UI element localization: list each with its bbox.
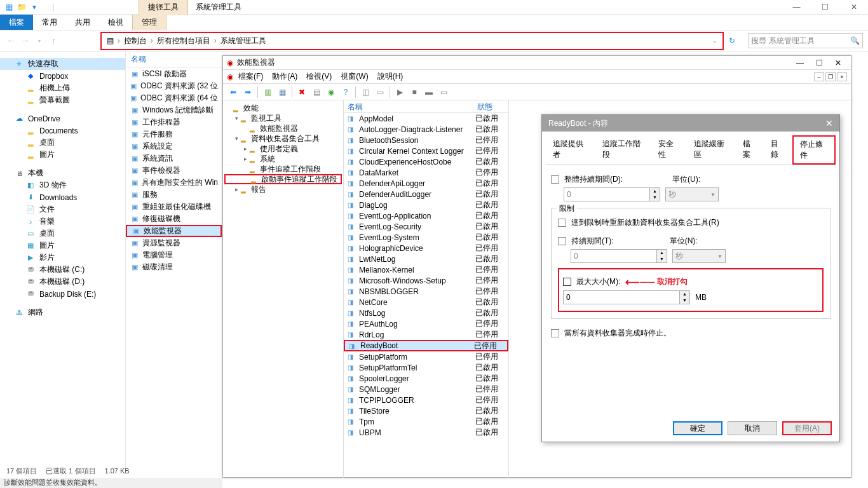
- close-button[interactable]: ✕: [825, 118, 833, 128]
- refresh-button[interactable]: ◉: [325, 86, 337, 98]
- template-button[interactable]: ▭: [374, 86, 386, 98]
- menu-window[interactable]: 視窗(W): [337, 71, 372, 82]
- list-row[interactable]: ◨NtfsLog已啟用: [344, 308, 508, 318]
- list-row[interactable]: ◨SQMLogger已停用: [344, 384, 508, 395]
- content-item[interactable]: ▣磁碟清理: [126, 261, 222, 273]
- spin-up[interactable]: ▲: [649, 188, 660, 194]
- list-row[interactable]: ◨NBSMBLOGGER已停用: [344, 286, 508, 297]
- spin-down[interactable]: ▼: [649, 194, 660, 201]
- tree-node[interactable]: ▂事件追蹤工作階段: [224, 164, 342, 174]
- nav-camera[interactable]: ▂相機上傳: [0, 82, 125, 94]
- overall-duration-checkbox[interactable]: [551, 175, 559, 184]
- spin-down[interactable]: ▼: [679, 297, 689, 304]
- breadcrumb[interactable]: ▤ › 控制台 › 所有控制台項目 › 系統管理工具 ⌄: [100, 32, 724, 50]
- duration-input[interactable]: 0 ▲▼: [571, 249, 667, 263]
- unit-select-n[interactable]: 秒▼: [672, 249, 726, 263]
- menu-view[interactable]: 檢視(V): [302, 71, 336, 82]
- back-button[interactable]: ⬅: [227, 86, 240, 98]
- content-item[interactable]: ▣ODBC 資料來源 (32 位: [126, 80, 222, 92]
- mdi-minimize[interactable]: –: [814, 72, 824, 81]
- dialog-tab[interactable]: 追蹤緩衝區: [687, 135, 736, 165]
- list-row[interactable]: ◨Circular Kernel Context Logger已停用: [344, 146, 508, 156]
- list-row[interactable]: ◨LwtNetLog已啟用: [344, 254, 508, 264]
- quick-access[interactable]: ★快速存取: [0, 58, 125, 70]
- content-item[interactable]: ▣系統資訊: [126, 152, 222, 165]
- nav-3d[interactable]: ◧3D 物件: [0, 179, 125, 191]
- ok-button[interactable]: 確定: [673, 421, 722, 435]
- list-row[interactable]: ◨RdrLog已停用: [344, 329, 508, 340]
- expand-icon[interactable]: ▸: [242, 146, 248, 152]
- forward-button[interactable]: ➡: [241, 86, 254, 98]
- nav-dropbox[interactable]: ◆Dropbox: [0, 70, 125, 82]
- nav-diskd[interactable]: ⛃本機磁碟 (D:): [0, 276, 125, 288]
- mdi-close[interactable]: ×: [837, 72, 847, 81]
- maxsize-checkbox[interactable]: [563, 278, 571, 286]
- new-window-button[interactable]: ◫: [359, 86, 372, 98]
- list-row[interactable]: ◨SetupPlatform已停用: [344, 351, 508, 362]
- nav-onedrive[interactable]: ☁OneDrive: [0, 112, 125, 125]
- maxsize-input[interactable]: 0 ▲▼: [563, 290, 690, 304]
- list-row[interactable]: ◨EventLog-System已啟用: [344, 232, 508, 243]
- breadcrumb-item[interactable]: 所有控制台項目: [157, 36, 210, 46]
- expand-icon[interactable]: ▾: [233, 135, 240, 142]
- maximize-button[interactable]: ☐: [810, 58, 828, 67]
- close-button[interactable]: ✕: [839, 0, 868, 15]
- list-row[interactable]: ◨SpoolerLogger已啟用: [344, 373, 508, 384]
- dialog-tab[interactable]: 追蹤工作階段: [595, 135, 652, 165]
- content-item[interactable]: ▣Windows 記憶體診斷: [126, 104, 222, 116]
- list-row[interactable]: ◨SetupPlatformTel已啟用: [344, 362, 508, 373]
- menu-file[interactable]: 檔案(F): [234, 71, 267, 82]
- breadcrumb-root-icon[interactable]: ▤: [107, 36, 114, 45]
- nav-desktop2[interactable]: ▭桌面: [0, 227, 125, 240]
- tree-node[interactable]: ▾▂資料收集器集合工具: [224, 133, 342, 144]
- folder-icon[interactable]: 📁: [17, 2, 27, 12]
- content-item[interactable]: ▣事件檢視器: [126, 165, 222, 177]
- list-row[interactable]: ◨DefenderAuditLogger已啟用: [344, 189, 508, 200]
- content-item[interactable]: ▣重組並最佳化磁碟機: [126, 201, 222, 213]
- play-button[interactable]: ▶: [393, 86, 406, 98]
- search-icon[interactable]: 🔍: [850, 36, 860, 45]
- dialog-tab[interactable]: 停止條件: [792, 135, 836, 165]
- restart-checkbox[interactable]: [558, 219, 566, 227]
- nav-documents[interactable]: ▂Documents: [0, 125, 125, 137]
- expand-icon[interactable]: ▸: [242, 156, 248, 162]
- home-tab[interactable]: 常用: [33, 15, 66, 30]
- tree-node[interactable]: ▾▂監視工具: [224, 113, 342, 123]
- nav-pics2[interactable]: ▦圖片: [0, 240, 125, 252]
- nav-downloads[interactable]: ⬇Downloads: [0, 191, 125, 203]
- content-item[interactable]: ▣修復磁碟機: [126, 213, 222, 225]
- view-tab[interactable]: 檢視: [99, 15, 132, 30]
- nav-docs[interactable]: 📄文件: [0, 203, 125, 215]
- tree-node[interactable]: ▸▂使用者定義: [224, 144, 342, 154]
- list-row[interactable]: ◨Tpm已啟用: [344, 416, 508, 427]
- content-item[interactable]: ▣系統設定: [126, 140, 222, 152]
- list-row[interactable]: ◨AppModel已啟用: [344, 113, 508, 124]
- unit-select[interactable]: 秒▼: [665, 187, 719, 201]
- tree-node[interactable]: ▂效能監視器: [224, 123, 342, 133]
- close-button[interactable]: ✕: [829, 58, 847, 67]
- properties-button[interactable]: ▦: [276, 86, 288, 98]
- shortcut-tools-tab[interactable]: 捷徑工具: [139, 0, 188, 15]
- status-header[interactable]: 狀態: [473, 100, 508, 112]
- list-row[interactable]: ◨ReadyBoot已停用: [344, 340, 508, 351]
- breadcrumb-item[interactable]: 控制台: [124, 36, 147, 46]
- tree-node[interactable]: ▸▂報告: [224, 184, 342, 194]
- chevron-down-icon[interactable]: ⌄: [712, 37, 717, 44]
- list-row[interactable]: ◨DiagLog已啟用: [344, 200, 508, 210]
- dialog-tab[interactable]: 安全性: [651, 135, 686, 165]
- search-input[interactable]: 搜尋 系統管理工具 🔍: [748, 33, 863, 48]
- other-button[interactable]: ▭: [437, 86, 450, 98]
- list-row[interactable]: ◨UBPM已啟用: [344, 427, 508, 438]
- list-row[interactable]: ◨TCPIPLOGGER已停用: [344, 395, 508, 405]
- nav-music[interactable]: ♪音樂: [0, 215, 125, 227]
- delete-button[interactable]: ✖: [295, 86, 308, 98]
- list-row[interactable]: ◨PEAuthLog已停用: [344, 318, 508, 329]
- list-row[interactable]: ◨DefenderApiLogger已啟用: [344, 178, 508, 189]
- spin-up[interactable]: ▲: [656, 250, 667, 256]
- menu-action[interactable]: 動作(A): [268, 71, 301, 82]
- spin-up[interactable]: ▲: [679, 291, 689, 297]
- nav-diske[interactable]: ⛃Backup Disk (E:): [0, 288, 125, 300]
- list-row[interactable]: ◨NetCore已啟用: [344, 297, 508, 308]
- spin-down[interactable]: ▼: [656, 256, 667, 262]
- help-button[interactable]: ?: [339, 86, 352, 98]
